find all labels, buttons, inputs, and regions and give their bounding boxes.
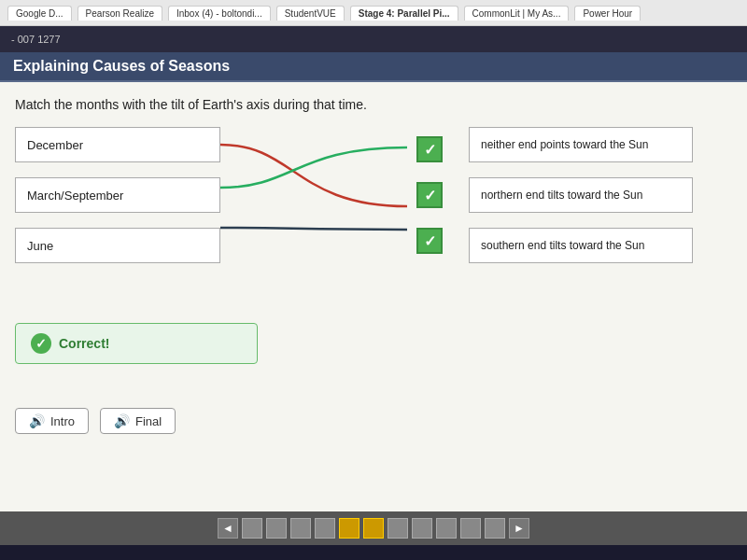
- connecting-lines: [220, 127, 454, 248]
- browser-bar: Google D... Pearson Realize Inbox (4) - …: [0, 0, 747, 26]
- nav-dot-10[interactable]: [460, 518, 481, 539]
- left-item-december: December: [15, 127, 220, 162]
- next-button[interactable]: ►: [509, 518, 529, 539]
- page-title: Explaining Causes of Seasons: [13, 58, 230, 74]
- nav-dot-8[interactable]: [412, 518, 432, 539]
- right-item-southern: southern end tilts toward the Sun: [469, 228, 693, 263]
- speaker-icon-final: 🔊: [114, 413, 130, 428]
- nav-dot-3[interactable]: [290, 518, 311, 539]
- breadcrumb-bar: - 007 1277: [0, 26, 747, 52]
- tab-commonlit[interactable]: CommonLit | My As...: [464, 6, 570, 21]
- audio-controls: 🔊 Intro 🔊 Final: [15, 401, 732, 441]
- nav-dot-1[interactable]: [242, 518, 262, 539]
- right-column: neither end points toward the Sun northe…: [469, 127, 693, 263]
- left-item-june: June: [15, 228, 220, 263]
- correct-text: Correct!: [59, 336, 109, 351]
- right-item-northern: northern end tilts toward the Sun: [469, 177, 693, 213]
- prev-button[interactable]: ◄: [218, 518, 238, 539]
- main-content: Match the months with the tilt of Earth'…: [0, 82, 747, 511]
- nav-dot-6[interactable]: [363, 518, 384, 539]
- speaker-icon-intro: 🔊: [29, 413, 45, 428]
- nav-dot-7[interactable]: [388, 518, 408, 539]
- nav-bar: ◄ ►: [0, 511, 747, 545]
- tab-google[interactable]: Google D...: [7, 6, 72, 21]
- nav-dot-5[interactable]: [339, 518, 359, 539]
- tab-inbox[interactable]: Inbox (4) - boltondi...: [168, 6, 271, 21]
- left-column: December March/September June: [15, 127, 220, 263]
- tab-studentvue[interactable]: StudentVUE: [276, 6, 345, 21]
- title-bar: Explaining Causes of Seasons: [0, 52, 747, 82]
- left-item-march-september: March/September: [15, 177, 220, 213]
- nav-dot-4[interactable]: [315, 518, 335, 539]
- correct-banner: ✓ Correct!: [15, 323, 258, 364]
- final-button[interactable]: 🔊 Final: [100, 408, 176, 434]
- nav-dot-2[interactable]: [266, 518, 287, 539]
- tab-pearson[interactable]: Pearson Realize: [78, 6, 162, 21]
- tab-powerhour[interactable]: Power Hour: [574, 6, 641, 21]
- right-item-neither: neither end points toward the Sun: [469, 127, 693, 162]
- intro-button[interactable]: 🔊 Intro: [15, 408, 89, 434]
- nav-dot-9[interactable]: [436, 518, 457, 539]
- breadcrumb: - 007 1277: [11, 34, 61, 45]
- tab-stage4[interactable]: Stage 4: Parallel Pi...: [350, 6, 458, 21]
- correct-icon: ✓: [31, 333, 51, 354]
- matching-widget: December March/September June ✓ ✓: [15, 127, 732, 267]
- question-text: Match the months with the tilt of Earth'…: [15, 97, 732, 112]
- nav-dot-11[interactable]: [485, 518, 505, 539]
